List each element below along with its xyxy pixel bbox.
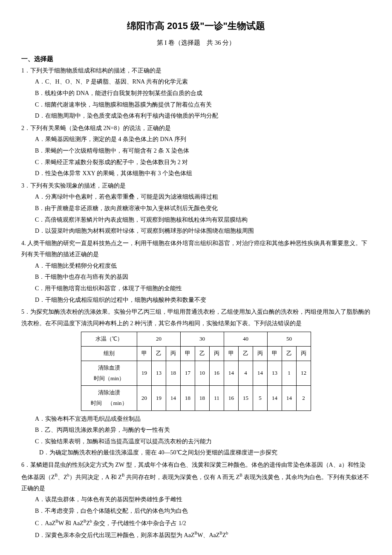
q6-option-a: A．该昆虫群体，与体色有关的基因型种类雄性多于雌性 (21, 494, 371, 506)
th-30: 30 (181, 332, 224, 347)
th-temp: 水温（℃） (81, 332, 137, 347)
cell: 10 (195, 361, 210, 385)
q1-stem: 1．下列关于细胞物质组成和结构的描述，不正确的是 (21, 65, 371, 77)
q2-option-a: A．果蝇基因组测序，测定的是 4 条染色体上的 DNA 序列 (21, 134, 371, 145)
q3-stem: 3．下列有关实验现象的描述，正确的是 (21, 180, 371, 192)
g: 乙 (152, 347, 166, 361)
th-40: 40 (224, 332, 268, 347)
cell: 1 (282, 361, 297, 385)
q1-option-a: A．C、H、O、N、P 是磷脂、基因、RNA 共有的化学元素 (21, 76, 371, 88)
th-group: 组别 (81, 347, 137, 361)
cell: 18 (181, 386, 195, 410)
q4-option-b: B．干细胞中也存在与癌有关的基因 (21, 272, 371, 283)
q2-option-b: B．果蝇的一个次级精母细胞中，有可能含有 2 条 X 染色体 (21, 145, 371, 157)
cell: 14 (166, 386, 181, 410)
q1-option-d: D．在细胞周期中，染色质变成染色体有利于核内遗传物质的平均分配 (21, 110, 371, 122)
g: 丙 (166, 347, 181, 361)
q3-option-c: C．高倍镜观察洋葱鳞片叶内表皮细胞，可观察到细胞核和线粒体均有双层膜结构 (21, 214, 371, 226)
g: 丙 (297, 347, 311, 361)
cell: 15 (239, 386, 253, 410)
cell: 20 (137, 386, 152, 410)
q5-option-c: C．实验结果表明，加酶和适当提高温度可以提高洗衣粉的去污能力 (21, 436, 371, 448)
g: 甲 (181, 347, 195, 361)
g: 乙 (282, 347, 297, 361)
cell: 18 (195, 386, 210, 410)
cell: 17 (181, 361, 195, 385)
cell: 16 (224, 386, 239, 410)
g: 丙 (210, 347, 224, 361)
row1-label: 清除血渍时间（min） (81, 361, 137, 385)
g: 甲 (137, 347, 152, 361)
q3-option-d: D．以菠菜叶肉细胞为材料观察叶绿体，可观察到椭球形的叶绿体围绕在细胞核周围 (21, 225, 371, 237)
question-4: 4. 人类干细胞的研究一直是科技热点之一，利用干细胞在体外培育出组织和器官，对治… (21, 238, 371, 306)
q2-stem: 2．下列有关果蝇（染色体组成 2N=8）的说法，正确的是 (21, 123, 371, 134)
question-5: 5．为探究加酶洗衣粉的洗涤效果。实验分甲乙丙三组，甲组用普通洗衣粉，乙组使用加入… (21, 306, 371, 459)
q6-stem: 6．某鳞翅目昆虫的性别决定方式为 ZW 型，其成年个体有白色、浅黄和深黄三种颜色… (21, 460, 371, 494)
cell: 5 (253, 386, 268, 410)
q2-option-c: C．果蝇经正常减数分裂形成的配子中，染色体数目为 2 对 (21, 157, 371, 168)
q4-option-d: D．干细胞分化成相应组织的过程中，细胞内核酸种类和数量不变 (21, 295, 371, 306)
cell: 14 (282, 386, 297, 410)
q6-option-d: D．深黄色亲本杂交后代出现三种颜色，则亲本基因型为 AaZBW、AaZBZb (21, 529, 371, 541)
q6-option-c: C．AaZBW 和 AaZBZb 杂交，子代雄性个体中杂合子占 1/2 (21, 517, 371, 529)
cell: 14 (268, 386, 282, 410)
cell: 16 (210, 361, 224, 385)
cell: 13 (152, 361, 166, 385)
cell: 13 (268, 361, 282, 385)
q5-option-d: D．为确定加酶洗衣粉的最佳洗涤温度，需在 40—50℃之间划分更细的温度梯度进一… (21, 447, 371, 459)
q5-stem: 5．为探究加酶洗衣粉的洗涤效果。实验分甲乙丙三组，甲组用普通洗衣粉，乙组使用加入… (21, 306, 371, 329)
g: 丙 (253, 347, 268, 361)
th-20: 20 (137, 332, 181, 347)
row2-label: 清除油渍时间 （min） (81, 386, 137, 410)
q5-option-b: B．乙、丙两组洗涤效果的差异，与酶的专一性有关 (21, 425, 371, 436)
cell: 12 (297, 361, 311, 385)
q3-option-b: B．由于蔗糖是非还原糖，故向蔗糖溶液中加入斐林试剂后无颜色变化 (21, 203, 371, 214)
q1-option-b: B．线粒体中的 DNA，能进行自我复制并控制某些蛋白质的合成 (21, 88, 371, 99)
q4-option-a: A．干细胞比受精卵分化程度低 (21, 260, 371, 272)
question-3: 3．下列有关实验现象的描述，正确的是 A．分离绿叶中色素时，若色素带重叠，可能是… (21, 180, 371, 237)
question-2: 2．下列有关果蝇（染色体组成 2N=8）的说法，正确的是 A．果蝇基因组测序，测… (21, 123, 371, 179)
g: 甲 (268, 347, 282, 361)
q6-option-b: B．不考虑变异，白色个体随机交配，后代的体色均为白色 (21, 506, 371, 517)
q2-option-d: D．性染色体异常 XXY 的果蝇，其体细胞中有 3 个染色体组 (21, 168, 371, 179)
q1-option-c: C．细菌代谢速率快，与细胞膜和细胞器膜为酶提供了附着位点有关 (21, 99, 371, 111)
q4-stem: 4. 人类干细胞的研究一直是科技热点之一，利用干细胞在体外培育出组织和器官，对治… (21, 238, 371, 260)
cell: 19 (137, 361, 152, 385)
th-50: 50 (268, 332, 311, 347)
subtitle: 第 I 卷（选择题 共 36 分） (21, 37, 371, 49)
g: 甲 (224, 347, 239, 361)
g: 乙 (239, 347, 253, 361)
q4-option-c: C．用干细胞培育出组织和器官，体现了干细胞的全能性 (21, 283, 371, 295)
cell: 11 (210, 386, 224, 410)
data-table: 水温（℃） 20 30 40 50 组别 甲 乙 丙 甲 乙 丙 甲 乙 丙 甲… (81, 332, 311, 410)
section-1-header: 一、选择题 (21, 53, 371, 65)
question-1: 1．下列关于细胞物质组成和结构的描述，不正确的是 A．C、H、O、N、P 是磷脂… (21, 65, 371, 122)
question-6: 6．某鳞翅目昆虫的性别决定方式为 ZW 型，其成年个体有白色、浅黄和深黄三种颜色… (21, 460, 371, 541)
cell: 14 (253, 361, 268, 385)
g: 乙 (195, 347, 210, 361)
q3-option-a: A．分离绿叶中色素时，若色素带重叠，可能是因为滤液细线画得过粗 (21, 191, 371, 203)
cell: 4 (239, 361, 253, 385)
exam-title: 绵阳市高 2015 级"一诊"生物试题 (21, 17, 371, 35)
cell: 18 (166, 361, 181, 385)
cell: 19 (152, 386, 166, 410)
q5-option-a: A．实验布料不宜选用毛织品或蚕丝制品 (21, 413, 371, 425)
cell: 14 (224, 361, 239, 385)
cell: 2 (297, 386, 311, 410)
